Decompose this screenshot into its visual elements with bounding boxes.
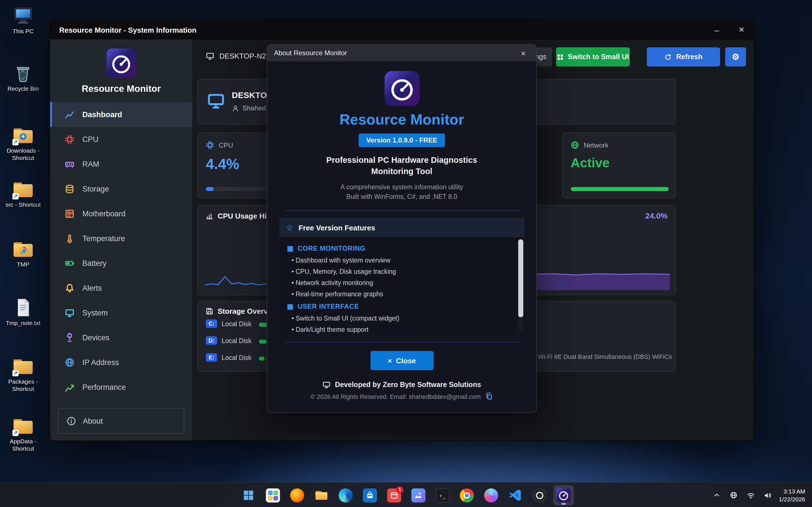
photos-icon <box>411 488 425 502</box>
sidebar-item-storage[interactable]: Storage <box>50 176 192 201</box>
desktop-icon-downloads[interactable]: ↗ Downloads - Shortcut <box>1 125 45 161</box>
packages-folder-icon: ↗ <box>12 356 34 376</box>
resource-monitor-taskbar-button[interactable] <box>553 485 574 505</box>
settings-gear-button[interactable]: ⚙ <box>725 47 746 66</box>
sidebar-item-ip-address[interactable]: IP Address <box>50 350 192 375</box>
windows-start-icon <box>243 490 254 501</box>
cpu-usage-value: 4.4% <box>206 156 239 173</box>
desktop-icon-recycle-bin[interactable]: Recycle Bin <box>1 63 45 92</box>
scrollbar-thumb[interactable] <box>518 239 523 317</box>
desktop-icon-appdata[interactable]: ↗ AppData - Shortcut <box>1 416 45 452</box>
sidebar-item-cpu[interactable]: CPU <box>50 127 192 152</box>
vscode-icon <box>508 489 522 502</box>
chrome-logo-icon <box>20 247 27 254</box>
network-activity-bar <box>571 187 669 191</box>
app-name: Resource Monitor <box>50 83 192 94</box>
start-button[interactable] <box>238 485 259 505</box>
sidebar-item-about[interactable]: About <box>58 408 185 434</box>
sidebar-item-temperature[interactable]: Temperature <box>50 226 192 251</box>
sidebar-item-dashboard[interactable]: Dashboard <box>50 102 192 127</box>
disk-row-c: C: Local Disk <box>206 320 252 328</box>
monitor-icon <box>65 308 74 318</box>
copyright-line: © 2026 All Rights Reserved. Email: shahe… <box>310 393 493 400</box>
divider <box>285 210 518 211</box>
tray-wifi-icon[interactable] <box>745 490 756 501</box>
copilot-button[interactable] <box>481 485 501 505</box>
dialog-close-button[interactable]: × Close <box>370 351 434 370</box>
host-monitor-icon <box>207 92 225 110</box>
file-explorer-button[interactable] <box>311 485 331 505</box>
close-x-icon: × <box>388 356 392 365</box>
dialog-close-icon[interactable]: × <box>516 46 530 60</box>
close-window-button[interactable]: × <box>729 20 754 40</box>
firefox-button[interactable] <box>287 485 307 505</box>
battery-icon <box>65 258 74 268</box>
network-adapter-name: Wi-Fi 6E Dual Band Simultaneous (DBS) Wi… <box>538 353 673 360</box>
performance-chart-icon <box>65 382 74 392</box>
globe-icon <box>65 357 74 367</box>
chrome-button[interactable] <box>456 485 477 505</box>
sidebar-item-ram[interactable]: RAM <box>50 152 192 176</box>
feature-section-ui: ▦USER INTERFACE <box>287 300 512 313</box>
vscode-button[interactable] <box>505 485 525 505</box>
edge-button[interactable] <box>335 485 356 505</box>
disk-row-d: D: Local Disk <box>206 336 252 345</box>
window-titlebar: Resource Monitor - System Information – … <box>50 20 754 40</box>
desktop: This PC Recycle Bin ↗ Downloads - Shortc… <box>0 0 812 507</box>
sidebar-item-battery[interactable]: Battery <box>50 251 192 276</box>
obs-button[interactable] <box>529 485 550 505</box>
clock-time: 3:13 AM <box>779 487 805 495</box>
disk-row-e: E: Local Disk <box>206 353 252 362</box>
desktop-icon-packages[interactable]: ↗ Packages - Shortcut <box>1 356 45 392</box>
shortcut-arrow-icon: ↗ <box>12 139 18 145</box>
tmp-folder-icon <box>12 239 34 259</box>
widgets-button[interactable] <box>262 485 283 505</box>
section-grid-icon: ▦ <box>287 302 294 310</box>
taskbar-clock[interactable]: 3:13 AM 1/22/2026 <box>779 487 808 503</box>
shortcut-arrow-icon: ↗ <box>12 193 18 200</box>
cpu-chip-icon <box>206 141 214 149</box>
store-button[interactable] <box>359 485 380 505</box>
desktop-icon-this-pc[interactable]: This PC <box>1 6 45 35</box>
terminal-icon: ›_ <box>435 488 449 502</box>
photos-button[interactable] <box>408 485 428 505</box>
features-list[interactable]: ▦CORE MONITORING Dashboard with system o… <box>279 237 524 334</box>
copy-icon[interactable] <box>486 393 493 400</box>
dialog-app-name: Resource Monitor <box>340 111 464 128</box>
edge-icon <box>338 488 352 502</box>
tray-chevron-up-icon[interactable] <box>711 490 723 501</box>
window-title: Resource Monitor - System Information <box>59 25 197 34</box>
cpu-chip-icon <box>65 134 74 144</box>
recycle-bin-icon <box>12 63 34 83</box>
notification-app-button[interactable]: 1 <box>384 485 404 505</box>
desktop-icon-src[interactable]: ↗ src - Shortcut <box>1 179 45 208</box>
shortcut-arrow-icon: ↗ <box>12 430 18 436</box>
sidebar-item-alerts[interactable]: Alerts <box>50 276 192 300</box>
refresh-button[interactable]: Refresh <box>647 47 720 66</box>
tray-network-icon[interactable] <box>728 490 740 501</box>
sidebar-item-system[interactable]: System <box>50 300 192 325</box>
terminal-button[interactable]: ›_ <box>432 485 453 505</box>
ram-usage-value: 24.0% <box>645 211 668 220</box>
dialog-titlebar: About Resource Monitor × <box>267 45 536 61</box>
dialog-description: A comprehensive system information utili… <box>341 182 463 202</box>
file-explorer-icon <box>314 488 328 502</box>
ram-icon <box>65 159 74 169</box>
about-dialog: About Resource Monitor × Resource Monito… <box>267 44 537 413</box>
dashboard-icon <box>65 110 74 119</box>
sidebar-item-performance[interactable]: Performance <box>50 375 192 399</box>
network-status-value: Active <box>571 156 610 171</box>
dialog-title: About Resource Monitor <box>274 49 516 57</box>
store-icon <box>363 488 377 502</box>
desktop-icon-tmp[interactable]: TMP <box>1 239 45 268</box>
network-stat-card: Network Active <box>562 132 676 198</box>
gear-icon: ⚙ <box>732 52 740 62</box>
minimize-button[interactable]: – <box>704 20 729 40</box>
sidebar-item-devices[interactable]: Devices <box>50 325 192 350</box>
switch-small-ui-button[interactable]: Switch to Small UI <box>556 47 630 66</box>
desktop-icon-tmp-note[interactable]: Tmp_note.txt <box>1 297 45 327</box>
src-folder-icon: ↗ <box>12 179 34 200</box>
notification-badge: 1 <box>396 486 403 494</box>
sidebar-item-motherboard[interactable]: Motherboard <box>50 201 192 226</box>
tray-volume-icon[interactable] <box>762 490 773 501</box>
